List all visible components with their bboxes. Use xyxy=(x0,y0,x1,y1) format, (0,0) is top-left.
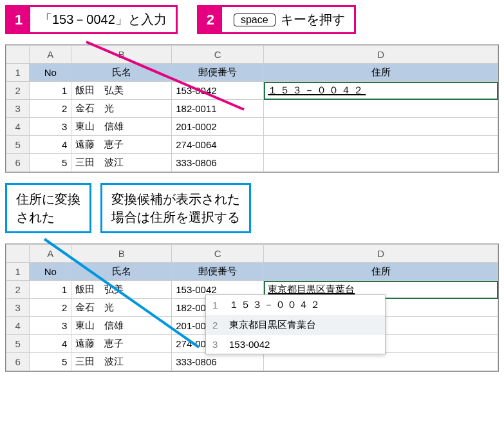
col-header-b[interactable]: B xyxy=(71,46,172,64)
table-row: 6 5 三田 波江 333-0806 xyxy=(6,353,498,371)
cell[interactable]: 遠藤 恵子 xyxy=(71,136,172,154)
active-cell-d2[interactable]: １５３－００４２ xyxy=(264,82,498,100)
cell[interactable]: 333-0806 xyxy=(172,353,264,371)
header-addr[interactable]: 住所 xyxy=(264,64,498,82)
note-converted: 住所に変換 された xyxy=(5,183,91,233)
cell[interactable]: 三田 波江 xyxy=(71,154,172,172)
col-header-d[interactable]: D xyxy=(264,46,498,64)
table-row: 3 2 金石 光 182-0011 xyxy=(6,100,498,118)
cell[interactable]: 2 xyxy=(30,299,71,317)
row-header-6[interactable]: 6 xyxy=(6,154,30,172)
step-1-text: 「153－0042」と入力 xyxy=(30,7,176,32)
col-header-c[interactable]: C xyxy=(172,245,264,263)
spreadsheet-1: A B C D 1 No 氏名 郵便番号 住所 2 1 飯田 弘美 153-00… xyxy=(5,44,499,173)
header-no[interactable]: No xyxy=(30,263,71,281)
ime-candidate-list: 1 １５３－００４２ 2 東京都目黒区青葉台 3 153-0042 xyxy=(205,294,386,354)
ime-composition: １５３－００４２ xyxy=(268,84,366,95)
candidate-item[interactable]: 2 東京都目黒区青葉台 xyxy=(206,315,385,335)
cell[interactable]: 182-0011 xyxy=(172,100,264,118)
cell[interactable]: 3 xyxy=(30,118,71,136)
cell[interactable]: 3 xyxy=(30,317,71,335)
row-header-6[interactable]: 6 xyxy=(6,353,30,371)
header-postal[interactable]: 郵便番号 xyxy=(172,64,264,82)
cell[interactable]: 333-0806 xyxy=(172,154,264,172)
row-header-4[interactable]: 4 xyxy=(6,118,30,136)
header-name[interactable]: 氏名 xyxy=(71,64,172,82)
candidate-text: 東京都目黒区青葉台 xyxy=(229,319,316,331)
cell[interactable]: 遠藤 恵子 xyxy=(71,335,172,353)
candidate-item[interactable]: 1 １５３－００４２ xyxy=(206,295,385,315)
row-header-2[interactable]: 2 xyxy=(6,281,30,299)
note-candidates: 変換候補が表示された 場合は住所を選択する xyxy=(100,183,251,233)
select-all-corner[interactable] xyxy=(6,46,30,64)
row-header-4[interactable]: 4 xyxy=(6,317,30,335)
col-header-b[interactable]: B xyxy=(71,245,172,263)
row-header-1[interactable]: 1 xyxy=(6,263,30,281)
header-addr[interactable]: 住所 xyxy=(264,263,498,281)
step-1-number: 1 xyxy=(7,7,30,32)
header-postal[interactable]: 郵便番号 xyxy=(172,263,264,281)
cell[interactable]: 三田 波江 xyxy=(71,353,172,371)
cell[interactable]: 飯田 弘美 xyxy=(71,82,172,100)
cell[interactable]: 5 xyxy=(30,154,71,172)
cell[interactable]: 東山 信雄 xyxy=(71,118,172,136)
cell[interactable]: 201-0002 xyxy=(172,118,264,136)
cell[interactable] xyxy=(264,154,498,172)
cell[interactable]: 東山 信雄 xyxy=(71,317,172,335)
candidate-text: 153-0042 xyxy=(229,339,270,350)
candidate-number: 2 xyxy=(212,320,221,330)
candidate-text: １５３－００４２ xyxy=(229,299,322,311)
cell[interactable]: 金石 光 xyxy=(71,299,172,317)
ime-composition: 東京都目黒区青葉台 xyxy=(268,283,355,294)
cell[interactable]: 274-0064 xyxy=(172,136,264,154)
cell[interactable] xyxy=(264,100,498,118)
table-row: 6 5 三田 波江 333-0806 xyxy=(6,154,498,172)
step-2-number: 2 xyxy=(199,7,222,32)
spreadsheet-2: A B C D 1 No 氏名 郵便番号 住所 2 1 飯田 弘美 153-00… xyxy=(5,244,499,372)
col-header-a[interactable]: A xyxy=(30,46,71,64)
header-no[interactable]: No xyxy=(30,64,71,82)
step-1-callout: 1 「153－0042」と入力 xyxy=(5,5,178,34)
table-row: 4 3 東山 信雄 201-0002 xyxy=(6,118,498,136)
table-row: 2 1 飯田 弘美 153-0042 １５３－００４２ xyxy=(6,82,498,100)
cell[interactable]: 2 xyxy=(30,100,71,118)
table-row: 5 4 遠藤 恵子 274-0064 xyxy=(6,136,498,154)
row-header-2[interactable]: 2 xyxy=(6,82,30,100)
header-name[interactable]: 氏名 xyxy=(71,263,172,281)
candidate-number: 3 xyxy=(212,339,221,350)
step-2-text: space キーを押す xyxy=(222,7,354,32)
step-2-suffix: キーを押す xyxy=(281,11,345,28)
cell[interactable]: 飯田 弘美 xyxy=(71,281,172,299)
cell[interactable]: 1 xyxy=(30,281,71,299)
row-header-5[interactable]: 5 xyxy=(6,335,30,353)
cell[interactable]: 4 xyxy=(30,136,71,154)
row-header-3[interactable]: 3 xyxy=(6,299,30,317)
cell[interactable] xyxy=(264,136,498,154)
cell[interactable]: 5 xyxy=(30,353,71,371)
row-header-3[interactable]: 3 xyxy=(6,100,30,118)
cell[interactable] xyxy=(264,353,498,371)
select-all-corner[interactable] xyxy=(6,245,30,263)
row-header-1[interactable]: 1 xyxy=(6,64,30,82)
cell[interactable]: 4 xyxy=(30,335,71,353)
cell[interactable]: 1 xyxy=(30,82,71,100)
candidate-item[interactable]: 3 153-0042 xyxy=(206,335,385,354)
col-header-c[interactable]: C xyxy=(172,46,264,64)
col-header-d[interactable]: D xyxy=(264,245,498,263)
row-header-5[interactable]: 5 xyxy=(6,136,30,154)
space-keycap: space xyxy=(234,14,275,26)
cell[interactable]: 153-0042 xyxy=(172,82,264,100)
candidate-number: 1 xyxy=(212,300,221,311)
cell[interactable]: 金石 光 xyxy=(71,100,172,118)
col-header-a[interactable]: A xyxy=(30,245,71,263)
step-2-callout: 2 space キーを押す xyxy=(197,5,356,34)
cell[interactable] xyxy=(264,118,498,136)
